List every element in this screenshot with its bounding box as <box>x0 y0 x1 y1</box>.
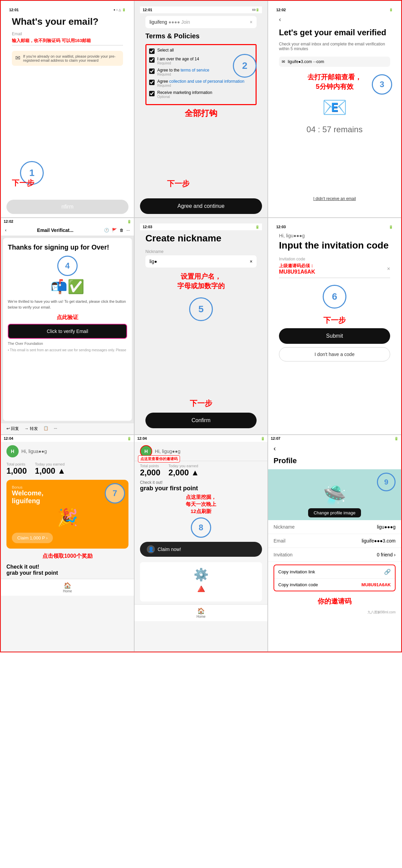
link-icon: 🔗 <box>384 569 391 575</box>
checkbox-personal-label: Agree collection and use of personal inf… <box>157 79 244 84</box>
clock-icon: 🕐 <box>104 228 109 233</box>
invitation-row: Invitation 0 friend › <box>268 548 401 562</box>
flag-icon: 🚩 <box>112 228 117 233</box>
home-icon-7: 🏠 <box>64 582 71 589</box>
claim-points-button[interactable]: Claim 1,000 P › <box>12 533 53 543</box>
reply-button[interactable]: ↩ 回复 <box>6 426 19 432</box>
cell-email-verified: 12:02 🔋 ‹ Let's get your email verified … <box>268 1 401 218</box>
step-number-7: 7 <box>105 483 125 504</box>
clear-inv-icon[interactable]: × <box>387 266 390 272</box>
email-header-4: ‹ Email Verificat... 🕐 🚩 🗑 ··· <box>1 225 134 236</box>
greeting-7: Hi, ligua●●g <box>21 449 47 454</box>
checkbox-select-all[interactable]: Select all <box>149 48 253 54</box>
back-button-3[interactable]: ‹ <box>279 16 390 23</box>
status-bar-4: 12:02 🔋 <box>1 218 134 225</box>
email-row-value: liguife●●●3.com <box>362 538 396 544</box>
foundation-text: The Over Foundation <box>8 341 127 346</box>
status-bar-2: 12:01 69🔋 <box>140 6 262 13</box>
clear-icon[interactable]: × <box>250 259 253 264</box>
time-9: 12:07 <box>271 436 280 440</box>
checkbox-personal[interactable]: Agree collection and use of personal inf… <box>149 79 253 87</box>
avatar-section: 🛸 Change profile image 9 <box>268 469 401 520</box>
more-actions-button[interactable]: ··· <box>54 426 57 432</box>
email-page-title: What's your email? <box>12 16 123 27</box>
copy-button[interactable]: 📋 <box>43 426 48 432</box>
time-5: 12:03 <box>143 225 152 229</box>
email-field-label: Email <box>12 32 123 36</box>
step-number-9: 9 <box>377 473 396 491</box>
status-bar-8: 12:04 🔋 <box>135 435 267 442</box>
verified-subtitle: Check your email inbox and complete the … <box>279 42 390 51</box>
notice-icon: ✉ <box>15 54 20 62</box>
forward-button[interactable]: → 转发 <box>24 426 38 432</box>
email-body-card: Thanks for signing up for Over! 4 📬✅ We'… <box>3 238 132 421</box>
section-title-7: Check it out! grab your first point <box>1 561 134 579</box>
cell-email-input: 12:01 ● ○ △ 🔋 What's your email? Email 输… <box>1 1 134 218</box>
total-points-8: Total points 2,000 <box>140 464 160 477</box>
step-number-6: 6 <box>323 285 346 309</box>
time-3: 12:02 <box>276 8 286 12</box>
icons-2: 69🔋 <box>252 8 259 12</box>
email-envelope-check: 📬✅ <box>8 279 127 295</box>
home-tab-8[interactable]: 🏠 Home <box>197 607 206 618</box>
trash-icon[interactable]: 🗑 <box>120 228 124 233</box>
countdown-timer: 04 : 57 remains <box>279 125 390 134</box>
claim-hint-red: 点击领取1000个奖励 <box>6 553 128 560</box>
status-bar-1: 12:01 ● ○ △ 🔋 <box>6 6 128 13</box>
nickname-input[interactable]: lig● × <box>145 255 257 268</box>
confirm-button-1[interactable]: nfirm <box>6 200 128 214</box>
copy-link-row[interactable]: Copy invitation link 🔗 <box>274 565 395 579</box>
dig-hint-red: 点这里挖掘， 每天一次晚上 12点刷新 <box>140 493 262 515</box>
verify-email-button[interactable]: Click to verify Email <box>8 324 127 339</box>
nickname-title: Create nickname <box>145 233 257 244</box>
next-label-1: 下一步 <box>12 178 34 188</box>
total-points-stat: Total points 1,000 <box>6 462 27 476</box>
step-number-3: 3 <box>372 74 392 95</box>
no-code-button[interactable]: I don't have a code <box>279 347 390 361</box>
submit-button[interactable]: Submit <box>279 328 390 344</box>
confirm-button-5[interactable]: Confirm <box>145 413 257 428</box>
checkbox-age-label: I am over the age of 14 <box>157 57 199 61</box>
earned-today-8: Today you earned 2,000 ▲ <box>168 464 199 477</box>
main-grid: 12:01 ● ○ △ 🔋 What's your email? Email 输… <box>0 0 402 652</box>
copy-code-row[interactable]: Copy invitation code MU8U91A6AK <box>274 579 395 591</box>
resend-link[interactable]: I didn't receive an email <box>274 192 396 205</box>
home-tab-7[interactable]: 🏠 Home <box>63 582 72 593</box>
checkbox-marketing[interactable]: Receive marketing information Optional <box>149 90 253 99</box>
email-body-text: We're thrilled to have you with us! To g… <box>8 299 127 310</box>
thanks-title: Thanks for signing up for Over! <box>8 243 127 252</box>
gear-icon-8: ⚙️ <box>194 568 209 582</box>
more-icon[interactable]: ··· <box>126 228 130 233</box>
step-number-8: 8 <box>191 517 211 538</box>
bottom-nav-8: 🏠 Home <box>135 604 267 621</box>
cell-terms: 12:01 69🔋 liguifeng ●●●● Join × Terms & … <box>134 1 268 218</box>
checkbox-marketing-label: Receive marketing information <box>157 90 212 95</box>
nickname-hint-red: 设置用户名，字母或加数字的 <box>145 272 257 291</box>
email-icon: ✉ <box>282 59 285 64</box>
time-1: 12:01 <box>9 8 19 12</box>
status-bar-5: 12:03 🔋 <box>140 223 262 230</box>
invitation-code-row: 上级邀请码必须： MU8U91A6AK × <box>279 263 390 278</box>
step-circle-4: 4 <box>8 256 127 276</box>
nickname-row-value: ligu●●●g <box>377 524 396 530</box>
profile-title: Profile <box>268 455 401 469</box>
status-bar-6: 12:03 🔋 <box>274 223 396 230</box>
copy-link-label: Copy invitation link <box>278 569 315 574</box>
email-display-2: liguifeng ●●●● Join × <box>145 16 257 28</box>
bonus-card-7: Bonus Welcome, liguifeng 🎉 Claim 1,000 P… <box>6 480 128 549</box>
app-header-7: H Hi, ligua●●g <box>1 442 134 461</box>
back-arrow-4[interactable]: ‹ <box>5 228 6 233</box>
cell-profile: 12:07 🔋 ‹ Profile 🛸 Change profile image… <box>268 435 401 652</box>
stats-row-8: Total points 2,000 Today you earned 2,00… <box>135 461 267 480</box>
claim-now-button[interactable]: 👤 Claim now! <box>140 542 262 557</box>
change-profile-image-button[interactable]: Change profile image <box>308 508 361 517</box>
time-2: 12:01 <box>143 8 152 12</box>
email-row-label: Email <box>274 538 285 544</box>
invitation-label: Invitation code <box>279 257 390 261</box>
app-header-8: H Hi, ligug●●g 点这里查看你的邀请码 <box>135 442 267 461</box>
invitation-code-box: Copy invitation link 🔗 Copy invitation c… <box>274 565 396 591</box>
back-button-9[interactable]: ‹ <box>274 445 396 452</box>
greeting-8: Hi, ligug●●g <box>155 449 180 454</box>
agree-button[interactable]: Agree and continue <box>140 198 262 214</box>
next-label-6: 下一步 <box>279 315 390 326</box>
